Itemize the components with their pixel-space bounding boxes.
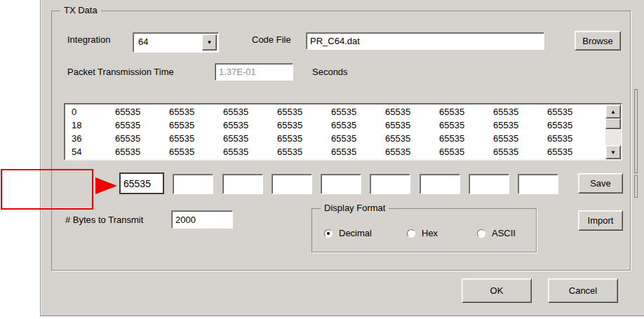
cell-value: 65535 — [169, 105, 223, 118]
edit-cell-6[interactable] — [370, 174, 410, 194]
scroll-up-button[interactable]: ▲ — [605, 104, 621, 118]
window-edge-artifact — [634, 175, 638, 198]
chevron-down-icon: ▼ — [207, 39, 213, 46]
table-row[interactable]: 1865535655356553565535655356553565535655… — [65, 118, 605, 132]
cell-value: 65535 — [277, 132, 331, 145]
row-offset: 54 — [72, 145, 115, 158]
seconds-unit-label: Seconds — [312, 67, 348, 78]
cell-value: 65535 — [493, 105, 547, 118]
cell-value: 65535 — [547, 118, 601, 132]
cell-value: 65535 — [439, 118, 493, 132]
save-button[interactable]: Save — [578, 173, 623, 194]
cell-value: 65535 — [331, 145, 385, 158]
cell-value: 65535 — [547, 145, 601, 158]
table-row[interactable]: 5465535655356553565535655356553565535655… — [65, 145, 605, 158]
cell-value: 65535 — [493, 118, 547, 132]
data-list-rows: 0655356553565535655356553565535655356553… — [65, 105, 605, 159]
integration-value: 64 — [138, 36, 148, 47]
table-row[interactable]: 0655356553565535655356553565535655356553… — [65, 105, 605, 118]
tx-data-list[interactable]: 0655356553565535655356553565535655356553… — [64, 103, 622, 161]
cell-value: 65535 — [547, 105, 601, 118]
edit-cell-1[interactable] — [119, 172, 164, 194]
bytes-to-transmit-label: # Bytes to Transmit — [65, 215, 143, 226]
cell-value: 65535 — [331, 132, 385, 145]
cell-value: 65535 — [223, 118, 277, 132]
radio-hex[interactable]: Hex — [407, 228, 438, 238]
code-file-input[interactable] — [306, 32, 544, 50]
integration-dropdown-button[interactable]: ▼ — [202, 34, 217, 50]
cell-value: 65535 — [277, 118, 331, 132]
edit-cell-7[interactable] — [420, 174, 460, 194]
cell-value: 65535 — [439, 145, 493, 158]
cancel-button[interactable]: Cancel — [548, 278, 618, 303]
radio-circle-icon — [477, 229, 485, 238]
code-file-label: Code File — [252, 34, 291, 46]
bytes-to-transmit-input[interactable] — [171, 210, 233, 229]
edit-row — [119, 172, 558, 196]
cell-value: 65535 — [277, 145, 331, 158]
cell-value: 65535 — [277, 105, 331, 118]
scroll-down-icon: ▼ — [610, 149, 616, 156]
cell-value: 65535 — [115, 132, 169, 145]
radio-ascii[interactable]: ASCII — [477, 228, 516, 238]
cell-value: 65535 — [169, 132, 223, 145]
cell-value: 65535 — [115, 145, 169, 158]
cell-value: 65535 — [115, 105, 169, 118]
cell-value: 65535 — [385, 118, 439, 132]
radio-label: Decimal — [339, 228, 372, 238]
cell-value: 65535 — [493, 145, 547, 158]
integration-dropdown[interactable]: 64 ▼ — [133, 32, 219, 53]
annotation-highlight-rectangle — [1, 169, 93, 210]
edit-cell-8[interactable] — [469, 174, 509, 194]
data-list-scrollbar[interactable]: ▲ ▼ — [605, 104, 621, 159]
cell-value: 65535 — [223, 132, 277, 145]
cell-value: 65535 — [223, 105, 277, 118]
cell-value: 65535 — [223, 145, 277, 158]
cell-value: 65535 — [331, 118, 385, 132]
packet-transmission-time-input — [215, 63, 293, 81]
edit-cell-5[interactable] — [321, 174, 361, 194]
import-button[interactable]: Import — [578, 210, 623, 231]
cell-value: 65535 — [385, 105, 439, 118]
cell-value: 65535 — [385, 132, 439, 145]
annotation-arrow-icon — [95, 177, 117, 194]
row-offset: 36 — [72, 132, 115, 145]
edit-cell-2[interactable] — [173, 174, 213, 194]
scrollbar-thumb[interactable] — [605, 118, 621, 129]
edit-cell-4[interactable] — [271, 174, 312, 194]
ok-button[interactable]: OK — [462, 278, 532, 303]
packet-transmission-time-label: Packet Transmission Time — [67, 67, 174, 78]
scroll-down-button[interactable]: ▼ — [605, 145, 621, 159]
scroll-up-icon: ▲ — [610, 109, 616, 115]
radio-circle-icon — [324, 229, 333, 238]
cell-value: 65535 — [169, 118, 223, 132]
cell-value: 65535 — [439, 132, 493, 145]
radio-circle-icon — [407, 229, 415, 238]
groupbox-title: TX Data — [60, 5, 101, 16]
cell-value: 65535 — [169, 145, 223, 158]
row-offset: 0 — [72, 105, 115, 118]
edit-cell-3[interactable] — [222, 174, 263, 194]
radio-label: Hex — [422, 228, 438, 238]
edit-cell-9[interactable] — [518, 174, 558, 194]
integration-label: Integration — [67, 34, 110, 46]
cell-value: 65535 — [331, 105, 385, 118]
window-edge-artifact — [634, 89, 638, 173]
table-row[interactable]: 3665535655356553565535655356553565535655… — [65, 132, 605, 145]
tx-data-dialog: TX Data Integration 64 ▼ Code File Brows… — [40, 0, 644, 316]
display-format-groupbox: Display Format DecimalHexASCII — [311, 208, 537, 252]
cell-value: 65535 — [115, 118, 169, 132]
cell-value: 65535 — [385, 145, 439, 158]
radio-label: ASCII — [492, 228, 516, 238]
screen: TX Data Integration 64 ▼ Code File Brows… — [0, 0, 644, 319]
browse-button[interactable]: Browse — [575, 31, 621, 50]
cell-value: 65535 — [493, 132, 547, 145]
display-format-title: Display Format — [321, 203, 389, 214]
cell-value: 65535 — [439, 105, 493, 118]
radio-decimal[interactable]: Decimal — [324, 228, 372, 238]
cell-value: 65535 — [547, 132, 601, 145]
row-offset: 18 — [72, 118, 115, 132]
